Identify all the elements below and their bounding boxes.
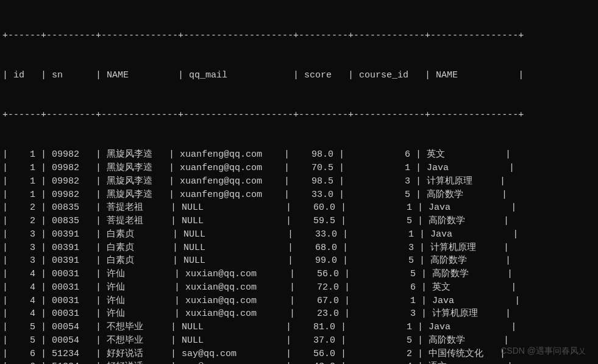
watermark: CSDN @遇事问春风乂 [500,344,586,357]
table-header-row: | id | sn | NAME | qq_mail | score | cou… [2,69,596,82]
table-row: | 1 | 09982 | 黑旋风李逵 | xuanfeng@qq.com | … [2,175,596,188]
table-row: | 1 | 09982 | 黑旋风李逵 | xuanfeng@qq.com | … [2,188,596,202]
table-row: | 1 | 09982 | 黑旋风李逵 | xuanfeng@qq.com | … [2,162,596,175]
watermark-icon: 乂 [578,347,586,355]
sql-result-table: +------+---------+--------------+-------… [2,2,596,364]
table-row: | 3 | 00391 | 白素贞 | NULL | 99.0 | 5 | 高阶… [2,254,596,268]
table-row: | 1 | 09982 | 黑旋风李逵 | xuanfeng@qq.com | … [2,148,596,162]
table-row: | 3 | 00391 | 白素贞 | NULL | 33.0 | 1 | Ja… [2,228,596,241]
table-row: | 4 | 00031 | 许仙 | xuxian@qq.com | 23.0 … [2,307,596,321]
table-body: | 1 | 09982 | 黑旋风李逵 | xuanfeng@qq.com | … [2,148,596,364]
table-row: | 4 | 00031 | 许仙 | xuxian@qq.com | 67.0 … [2,294,596,308]
table-row: | 2 | 00835 | 菩提老祖 | NULL | 59.5 | 5 | 高… [2,215,596,228]
table-row: | 4 | 00031 | 许仙 | xuxian@qq.com | 56.0 … [2,268,596,281]
table-row: | 2 | 00835 | 菩提老祖 | NULL | 60.0 | 1 | J… [2,201,596,215]
watermark-text: CSDN @遇事问春风 [500,346,578,355]
table-row: | 3 | 00391 | 白素贞 | NULL | 68.0 | 3 | 计算… [2,241,596,255]
table-border-top: +------+---------+--------------+-------… [2,29,596,43]
table-border-mid: +------+---------+--------------+-------… [2,109,596,122]
table-row: | 6 | 51234 | 好好说话 | say@qq.com | 43.0 |… [2,360,596,364]
table-row: | 4 | 00031 | 许仙 | xuxian@qq.com | 72.0 … [2,281,596,294]
table-row: | 5 | 00054 | 不想毕业 | NULL | 81.0 | 1 | J… [2,321,596,334]
